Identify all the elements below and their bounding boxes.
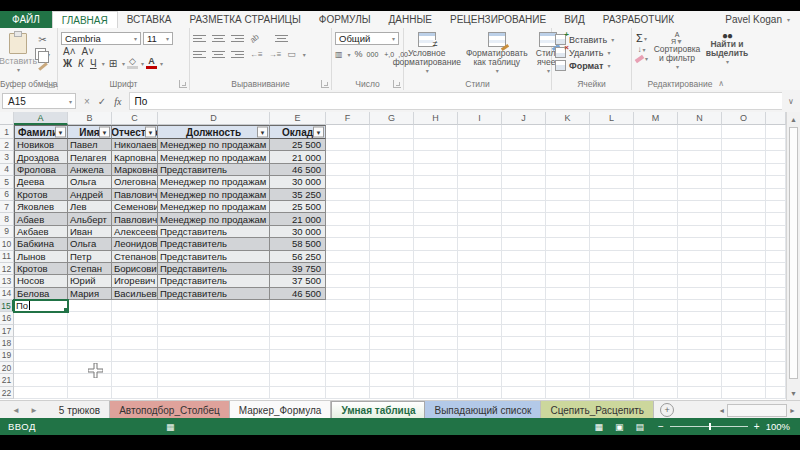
cell-D7[interactable]: Менеджер по продажам — [158, 201, 270, 213]
cell-K1[interactable] — [546, 125, 590, 139]
cell-M13[interactable] — [634, 275, 678, 287]
align-middle-icon[interactable] — [212, 34, 225, 43]
cell-J3[interactable] — [502, 151, 546, 163]
cell-G21[interactable] — [370, 374, 414, 386]
cell-M20[interactable] — [634, 362, 678, 374]
cell-I17[interactable] — [458, 325, 502, 337]
cell-A21[interactable] — [14, 374, 68, 386]
cell-K14[interactable] — [546, 288, 590, 300]
cell-G10[interactable] — [370, 238, 414, 250]
cell-J5[interactable] — [502, 176, 546, 188]
cell-D14[interactable]: Представитель — [158, 288, 270, 300]
cell-A15[interactable]: По — [14, 300, 68, 312]
row-header-11[interactable]: 11 — [0, 251, 14, 263]
cell-N7[interactable] — [678, 201, 722, 213]
view-page-break-icon[interactable]: ▤ — [635, 422, 644, 432]
cell-D19[interactable] — [158, 350, 270, 362]
grow-font-button[interactable]: А˄ — [61, 46, 78, 57]
cell-E3[interactable]: 21 000 — [270, 151, 326, 163]
cell-L16[interactable] — [590, 312, 634, 324]
borders-button[interactable]: ⊞ — [107, 58, 119, 69]
cell-C5[interactable]: Олеговна — [112, 176, 158, 188]
cell-F3[interactable] — [326, 151, 370, 163]
copy-button[interactable]: ▾ — [35, 48, 50, 60]
cell-H12[interactable] — [414, 263, 458, 275]
cell-N14[interactable] — [678, 288, 722, 300]
column-header-H[interactable]: H — [414, 112, 458, 125]
hscroll-right-icon[interactable]: ► — [789, 407, 796, 414]
fill-button[interactable]: ↓▾ — [635, 45, 648, 54]
sheet-nav-left-icon[interactable]: ◄ — [12, 406, 20, 415]
horizontal-scrollbar[interactable] — [727, 404, 787, 417]
cell-D13[interactable]: Представитель — [158, 275, 270, 287]
sort-filter-button[interactable]: АЯ▼ Сортировка и фильтр▾ — [652, 30, 702, 74]
cell-A9[interactable]: Акбаев — [14, 226, 68, 238]
cell-F17[interactable] — [326, 325, 370, 337]
cell-K15[interactable] — [546, 300, 590, 312]
cell-M21[interactable] — [634, 374, 678, 386]
cell-K20[interactable] — [546, 362, 590, 374]
align-top-icon[interactable] — [193, 34, 206, 43]
cell-x19[interactable] — [766, 350, 786, 362]
cell-N8[interactable] — [678, 213, 722, 225]
cell-D12[interactable]: Представитель — [158, 263, 270, 275]
cell-J6[interactable] — [502, 189, 546, 201]
cell-L10[interactable] — [590, 238, 634, 250]
cell-L2[interactable] — [590, 139, 634, 151]
cell-C6[interactable]: Павлович — [112, 189, 158, 201]
dialog-launcher-icon[interactable] — [393, 80, 401, 88]
row-header-8[interactable]: 8 — [0, 213, 14, 225]
cell-I19[interactable] — [458, 350, 502, 362]
cell-H19[interactable] — [414, 350, 458, 362]
sheet-tab-умная-таблица[interactable]: Умная таблица — [331, 401, 425, 419]
cell-x7[interactable] — [766, 201, 786, 213]
cell-O2[interactable] — [722, 139, 766, 151]
cell-I10[interactable] — [458, 238, 502, 250]
view-page-layout-icon[interactable]: ▣ — [615, 422, 624, 432]
cell-I18[interactable] — [458, 337, 502, 349]
cell-M19[interactable] — [634, 350, 678, 362]
cell-F13[interactable] — [326, 275, 370, 287]
zoom-slider-thumb[interactable] — [709, 423, 711, 430]
cell-x1[interactable] — [766, 125, 786, 139]
cell-A12[interactable]: Кротов — [14, 263, 68, 275]
sheet-tab-автоподбор_столбец[interactable]: Автоподбор_Столбец — [110, 401, 230, 419]
insert-function-icon[interactable]: fx — [114, 96, 121, 107]
cell-A4[interactable]: Фролова — [14, 164, 68, 176]
align-center-icon[interactable] — [212, 50, 225, 59]
ribbon-tab-рецензирование[interactable]: РЕЦЕНЗИРОВАНИЕ — [441, 11, 555, 28]
cell-C9[interactable]: Алексеевич — [112, 226, 158, 238]
cell-O13[interactable] — [722, 275, 766, 287]
cell-E5[interactable]: 30 000 — [270, 176, 326, 188]
cell-E19[interactable] — [270, 350, 326, 362]
cell-B6[interactable]: Андрей — [68, 189, 112, 201]
cell-E9[interactable]: 30 000 — [270, 226, 326, 238]
autosum-button[interactable]: Σ▾ — [635, 32, 648, 44]
column-header-J[interactable]: J — [502, 112, 546, 125]
cell-O5[interactable] — [722, 176, 766, 188]
cell-F12[interactable] — [326, 263, 370, 275]
cell-L21[interactable] — [590, 374, 634, 386]
cell-H6[interactable] — [414, 189, 458, 201]
cell-E17[interactable] — [270, 325, 326, 337]
cell-O18[interactable] — [722, 337, 766, 349]
cell-A19[interactable] — [14, 350, 68, 362]
cell-C18[interactable] — [112, 337, 158, 349]
cell-K2[interactable] — [546, 139, 590, 151]
cell-J1[interactable] — [502, 125, 546, 139]
cell-O1[interactable] — [722, 125, 766, 139]
cell-J17[interactable] — [502, 325, 546, 337]
column-header-N[interactable]: N — [678, 112, 722, 125]
cell-H8[interactable] — [414, 213, 458, 225]
cell-M3[interactable] — [634, 151, 678, 163]
cell-N19[interactable] — [678, 350, 722, 362]
cell-B19[interactable] — [68, 350, 112, 362]
column-header-F[interactable]: F — [326, 112, 370, 125]
cell-N16[interactable] — [678, 312, 722, 324]
cell-D10[interactable]: Представитель — [158, 238, 270, 250]
cell-D22[interactable] — [158, 387, 270, 399]
dialog-launcher-icon[interactable] — [47, 80, 55, 88]
cell-M7[interactable] — [634, 201, 678, 213]
cell-N10[interactable] — [678, 238, 722, 250]
cell-E2[interactable]: 25 500 — [270, 139, 326, 151]
